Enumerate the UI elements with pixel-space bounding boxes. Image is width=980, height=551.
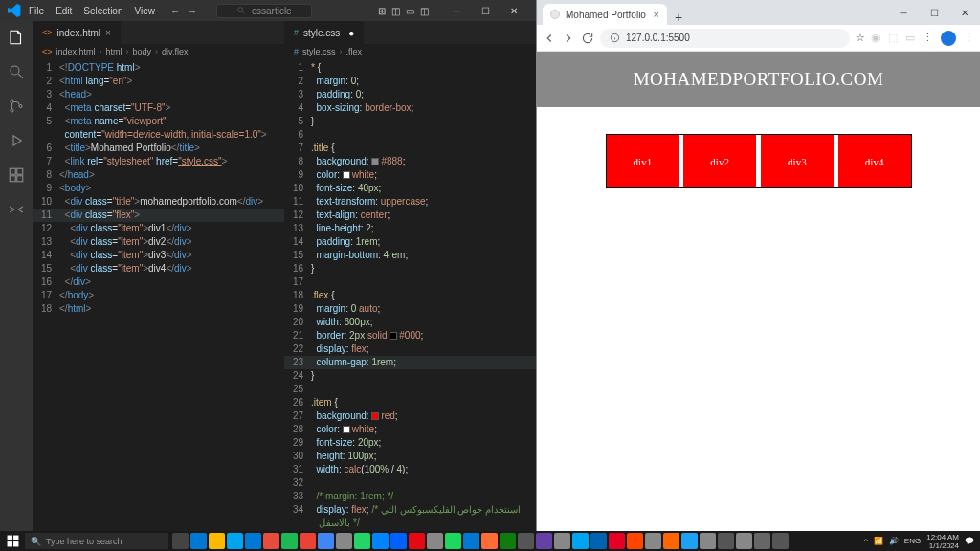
svg-rect-12 xyxy=(7,536,11,540)
svg-point-1 xyxy=(11,66,19,75)
minimize-button[interactable]: ─ xyxy=(888,0,919,25)
taskbar-app-icon[interactable] xyxy=(390,533,407,549)
taskbar-app-icon[interactable] xyxy=(245,533,261,549)
svg-point-4 xyxy=(19,105,22,108)
taskbar-app-icon[interactable] xyxy=(445,533,461,549)
breadcrumb[interactable]: # style.css›.flex xyxy=(284,44,536,59)
close-icon[interactable]: × xyxy=(105,28,111,38)
close-button[interactable]: ✕ xyxy=(500,0,528,21)
tab-index-html[interactable]: <>index.html× xyxy=(33,21,122,44)
address-bar[interactable]: 127.0.0.1:5500 xyxy=(600,29,850,48)
taskbar-app-icon[interactable] xyxy=(209,533,225,549)
taskbar-app-icon[interactable] xyxy=(590,533,607,549)
menu-edit[interactable]: Edit xyxy=(56,6,72,16)
taskbar-app-icon[interactable] xyxy=(609,533,625,549)
code-area-css[interactable]: 1* {2 margin: 0;3 padding: 0;4 box-sizin… xyxy=(284,59,536,551)
taskbar-app-icon[interactable] xyxy=(554,533,570,549)
taskbar-app-icon[interactable] xyxy=(500,533,516,549)
taskbar-app-icon[interactable] xyxy=(718,533,734,549)
star-icon[interactable]: ☆ xyxy=(856,32,865,44)
taskbar-app-icon[interactable] xyxy=(372,533,389,549)
source-control-icon[interactable] xyxy=(8,98,25,117)
vscode-titlebar: FileEditSelectionView ←→ cssarticle ⊞ ◫ … xyxy=(0,0,536,21)
svg-rect-7 xyxy=(10,176,15,182)
taskbar-app-icon[interactable] xyxy=(681,533,698,549)
flex-item: div1 xyxy=(607,135,679,187)
editor-right: #style.css● # style.css›.flex 1* {2 marg… xyxy=(284,21,536,551)
code-area-html[interactable]: 1<!DOCTYPE html>2<html lang="en">3<head>… xyxy=(33,59,284,551)
menu-icon[interactable]: ⋮ xyxy=(964,32,974,44)
breadcrumb[interactable]: <> index.html›html›body›div.flex xyxy=(33,44,284,59)
taskbar-app-icon[interactable] xyxy=(427,533,443,549)
ext-icon[interactable]: ▭ xyxy=(905,32,915,44)
flex-item: div2 xyxy=(683,135,756,187)
taskbar-app-icon[interactable] xyxy=(463,533,479,549)
svg-rect-14 xyxy=(7,541,11,546)
ext-icon[interactable]: ⬚ xyxy=(888,32,898,44)
page-viewport: MOHAMEDPORTFOLIO.COM div1div2div3div4 xyxy=(537,52,980,531)
taskbar-app-icon[interactable] xyxy=(263,533,279,549)
layout-icon[interactable]: ◫ xyxy=(391,6,400,16)
taskbar-app-icon[interactable] xyxy=(336,533,352,549)
taskbar-app-icon[interactable] xyxy=(772,533,789,549)
taskbar-app-icon[interactable] xyxy=(518,533,534,549)
forward-icon[interactable] xyxy=(562,32,575,45)
flex-item: div3 xyxy=(761,135,834,187)
taskbar-app-icon[interactable] xyxy=(281,533,298,549)
activity-bar xyxy=(0,21,33,551)
reload-icon[interactable] xyxy=(581,32,594,45)
search-icon xyxy=(236,6,246,15)
close-button[interactable]: ✕ xyxy=(949,0,980,25)
taskbar-app-icon[interactable] xyxy=(300,533,316,549)
maximize-button[interactable]: ☐ xyxy=(471,0,500,21)
taskbar-app-icon[interactable] xyxy=(736,533,752,549)
maximize-button[interactable]: ☐ xyxy=(919,0,949,25)
taskbar-app-icon[interactable] xyxy=(227,533,243,549)
taskbar-app-icon[interactable] xyxy=(318,533,334,549)
layout-icon[interactable]: ⊞ xyxy=(378,6,386,16)
minimize-button[interactable]: ─ xyxy=(442,0,471,21)
new-tab-button[interactable]: + xyxy=(667,10,690,25)
svg-rect-6 xyxy=(17,168,23,174)
ext-icon[interactable]: ◉ xyxy=(871,32,880,44)
debug-icon[interactable] xyxy=(8,132,25,151)
close-icon[interactable]: × xyxy=(654,9,659,20)
remote-icon[interactable] xyxy=(8,201,25,220)
taskbar-app-icon[interactable] xyxy=(645,533,661,549)
taskbar-app-icon[interactable] xyxy=(172,533,189,549)
chrome-toolbar: 127.0.0.1:5500 ☆ ◉ ⬚ ▭ ⋮ 👤 ⋮ xyxy=(537,25,980,52)
taskbar-app-icon[interactable] xyxy=(663,533,679,549)
taskbar-app-icon[interactable] xyxy=(572,533,589,549)
taskbar-app-icon[interactable] xyxy=(409,533,425,549)
taskbar-app-icon[interactable] xyxy=(536,533,552,549)
chrome-window: Mohamed Portfolio × + ─ ☐ ✕ 127.0.0.1:55… xyxy=(536,0,980,531)
back-icon[interactable] xyxy=(543,32,556,45)
profile-icon[interactable]: 👤 xyxy=(941,31,956,46)
vscode-window: FileEditSelectionView ←→ cssarticle ⊞ ◫ … xyxy=(0,0,536,531)
ext-icon[interactable]: ⋮ xyxy=(923,32,933,44)
command-center[interactable]: cssarticle xyxy=(216,4,312,18)
browser-tab[interactable]: Mohamed Portfolio × xyxy=(543,4,667,25)
taskbar-app-icon[interactable] xyxy=(190,533,207,549)
taskbar-app-icon[interactable] xyxy=(481,533,498,549)
menu-selection[interactable]: Selection xyxy=(83,6,122,16)
page-title: MOHAMEDPORTFOLIO.COM xyxy=(537,52,980,107)
menu-file[interactable]: File xyxy=(29,6,44,16)
taskbar-app-icon[interactable] xyxy=(354,533,370,549)
start-button[interactable] xyxy=(0,535,25,547)
taskbar-app-icon[interactable] xyxy=(700,533,716,549)
tab-style-css[interactable]: #style.css● xyxy=(284,21,365,44)
explorer-icon[interactable] xyxy=(8,29,25,48)
taskbar-app-icon[interactable] xyxy=(754,533,770,549)
taskbar-search[interactable]: 🔍Type here to search xyxy=(25,533,168,549)
search-icon[interactable] xyxy=(8,63,25,82)
extensions-icon[interactable] xyxy=(8,166,25,186)
layout-icon[interactable]: ◫ xyxy=(420,6,429,16)
system-tray[interactable]: ^📶🔊ENG 12:04 AM1/1/2024 💬 xyxy=(864,533,980,550)
vscode-logo-icon xyxy=(8,4,21,17)
menu-view[interactable]: View xyxy=(135,6,156,16)
nav-arrows[interactable]: ←→ xyxy=(170,6,197,16)
svg-rect-8 xyxy=(17,176,23,182)
taskbar-app-icon[interactable] xyxy=(627,533,643,549)
layout-icon[interactable]: ▭ xyxy=(406,6,414,16)
